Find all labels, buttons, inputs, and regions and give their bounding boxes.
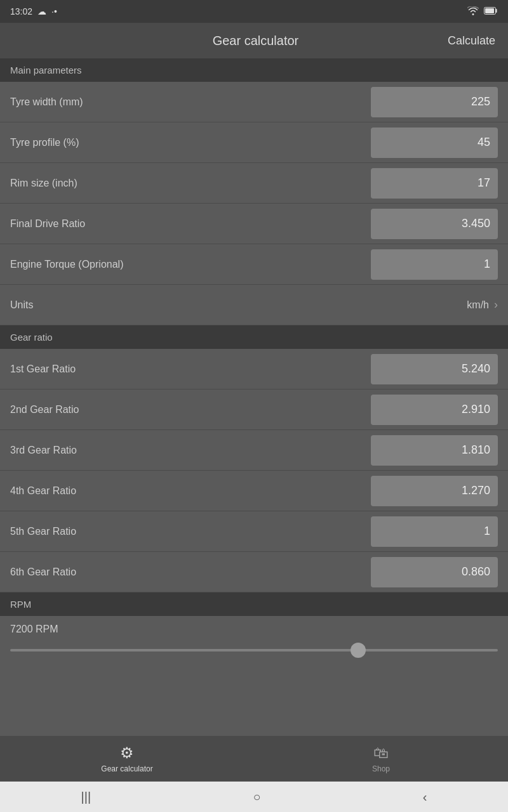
gear-ratio-row-6: 6th Gear Ratio <box>0 552 508 593</box>
rpm-slider[interactable] <box>10 649 498 652</box>
nav-shop[interactable]: 🛍 Shop <box>254 744 508 773</box>
rpm-value: 7200 RPM <box>10 624 58 635</box>
gear-ratio-input-4[interactable] <box>371 476 498 506</box>
final-drive-ratio-row: Final Drive Ratio <box>0 204 508 244</box>
system-menu-button[interactable]: ||| <box>62 790 110 804</box>
gear-ratio-row-2: 2nd Gear Ratio <box>0 390 508 430</box>
wifi-icon <box>467 6 479 17</box>
gear-ratio-input-5[interactable] <box>371 516 498 547</box>
gear-ratio-label-4: 4th Gear Ratio <box>10 485 371 497</box>
gear-ratio-input-2[interactable] <box>371 395 498 425</box>
battery-icon <box>484 6 498 16</box>
gear-ratio-label-5: 5th Gear Ratio <box>10 526 371 537</box>
rim-size-label: Rim size (inch) <box>10 178 371 189</box>
units-value: km/h <box>467 299 489 311</box>
gear-ratio-input-6[interactable] <box>371 557 498 587</box>
tyre-width-input[interactable] <box>371 87 498 117</box>
units-label: Units <box>10 299 467 311</box>
gear-ratio-header: Gear ratio <box>0 325 508 349</box>
gear-ratio-input-1[interactable] <box>371 354 498 384</box>
status-right <box>467 6 498 17</box>
tyre-width-row: Tyre width (mm) <box>0 82 508 122</box>
gear-calculator-icon: ⚙ <box>120 744 134 762</box>
app-title: Gear calculator <box>213 34 299 48</box>
cloud-icon: ☁ <box>37 6 46 16</box>
rim-size-row: Rim size (inch) <box>0 163 508 204</box>
gear-ratio-input-3[interactable] <box>371 435 498 466</box>
main-content: Main parameters Tyre width (mm) Tyre pro… <box>0 58 508 736</box>
tyre-width-label: Tyre width (mm) <box>10 96 371 108</box>
units-chevron-icon: › <box>494 298 498 311</box>
gear-ratio-label-6: 6th Gear Ratio <box>10 566 371 578</box>
engine-torque-label: Engine Torque (Oprional) <box>10 259 371 270</box>
rpm-header: RPM <box>0 593 508 616</box>
final-drive-ratio-input[interactable] <box>371 209 498 239</box>
engine-torque-input[interactable] <box>371 249 498 280</box>
status-left: 13:02 ☁ ·• <box>10 6 57 16</box>
engine-torque-row: Engine Torque (Oprional) <box>0 244 508 285</box>
status-bar: 13:02 ☁ ·• <box>0 0 508 23</box>
bottom-nav: ⚙ Gear calculator 🛍 Shop <box>0 736 508 782</box>
nav-gear-label: Gear calculator <box>101 764 152 773</box>
rim-size-input[interactable] <box>371 168 498 199</box>
calculate-button[interactable]: Calculate <box>448 34 495 48</box>
app-bar: Gear calculator Calculate <box>0 23 508 58</box>
gear-ratio-label-1: 1st Gear Ratio <box>10 363 371 375</box>
time-display: 13:02 <box>10 6 32 16</box>
units-row[interactable]: Units km/h › <box>0 285 508 325</box>
signal-icon: ·• <box>51 6 57 16</box>
gear-ratio-row-4: 4th Gear Ratio <box>0 471 508 511</box>
gear-ratio-row-3: 3rd Gear Ratio <box>0 430 508 471</box>
system-nav: ||| ○ ‹ <box>0 782 508 812</box>
rpm-slider-row <box>0 638 508 664</box>
system-home-button[interactable]: ○ <box>234 790 279 804</box>
tyre-profile-label: Tyre profile (%) <box>10 137 371 148</box>
gear-ratio-rows: 1st Gear Ratio2nd Gear Ratio3rd Gear Rat… <box>0 349 508 593</box>
nav-gear-calculator[interactable]: ⚙ Gear calculator <box>0 744 254 773</box>
nav-shop-label: Shop <box>372 764 390 773</box>
gear-ratio-row-1: 1st Gear Ratio <box>0 349 508 390</box>
svg-rect-1 <box>485 8 494 13</box>
gear-ratio-label-3: 3rd Gear Ratio <box>10 445 371 456</box>
shop-icon: 🛍 <box>373 744 389 762</box>
gear-ratio-label-2: 2nd Gear Ratio <box>10 404 371 416</box>
system-back-button[interactable]: ‹ <box>404 790 446 804</box>
rpm-value-row: 7200 RPM <box>0 616 508 638</box>
final-drive-ratio-label: Final Drive Ratio <box>10 218 371 230</box>
tyre-profile-input[interactable] <box>371 128 498 158</box>
tyre-profile-row: Tyre profile (%) <box>0 122 508 163</box>
gear-ratio-row-5: 5th Gear Ratio <box>0 511 508 552</box>
main-params-header: Main parameters <box>0 58 508 82</box>
